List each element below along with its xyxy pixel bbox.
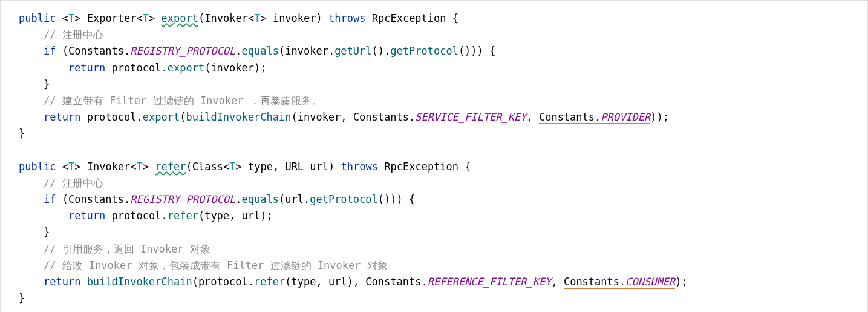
method-equals: equals (242, 45, 279, 57)
space (322, 12, 328, 24)
var-url: url (242, 210, 261, 222)
paren-close-semi: ); (260, 210, 272, 222)
space (80, 12, 86, 24)
parens: ())) (378, 193, 403, 205)
space (446, 12, 452, 24)
dot: . (328, 45, 334, 57)
highlighted-consumer: Constants.CONSUMER (564, 276, 675, 289)
field-registry-protocol: REGISTRY_PROTOCOL (130, 193, 235, 205)
space (403, 193, 409, 205)
return-type: Exporter (87, 12, 137, 24)
angle-close: > (235, 161, 241, 173)
var-protocol: protocol (87, 111, 137, 123)
brace-close: } (44, 226, 50, 238)
paren-open: ( (56, 193, 68, 205)
keyword-return: return (68, 62, 105, 74)
dot: . (161, 62, 167, 74)
type-param: T (137, 161, 143, 173)
angle-close: > (74, 161, 80, 173)
brace-close: } (19, 292, 25, 304)
angle-open: < (130, 161, 136, 173)
paren-close: ) (347, 276, 353, 288)
space (80, 276, 86, 288)
space (365, 12, 371, 24)
paren-open: ( (204, 62, 210, 74)
keyword-public: public (19, 12, 56, 24)
param-type: Class (192, 161, 223, 173)
paren-close-semi: ); (675, 276, 687, 288)
field-registry-protocol: REGISTRY_PROTOCOL (130, 45, 235, 57)
parens: () (372, 45, 384, 57)
param-type: Invoker (204, 12, 248, 24)
method-geturl: getUrl (334, 45, 371, 57)
comma: , (526, 111, 538, 123)
var-protocol: protocol (112, 62, 162, 74)
param-type: URL (285, 161, 304, 173)
var-type: type (204, 210, 229, 222)
angle-open: < (62, 12, 68, 24)
field-provider: PROVIDER (601, 111, 650, 123)
class-constants: Constants (564, 276, 619, 288)
paren-open: ( (192, 276, 198, 288)
method-export: export (168, 62, 204, 74)
class-constants: Constants (539, 111, 595, 123)
var-invoker: invoker (210, 62, 254, 74)
class-constants: Constants (353, 111, 409, 123)
comma: , (316, 276, 328, 288)
var-type: type (291, 276, 316, 288)
paren-open: ( (198, 210, 204, 222)
space (378, 161, 384, 173)
paren-open: ( (180, 111, 186, 123)
brace-open: { (465, 161, 471, 173)
keyword-throws: throws (328, 12, 365, 24)
keyword-public: public (19, 161, 56, 173)
comment: // 给改 Invoker 对象，包装成带有 Filter 过滤链的 Invok… (44, 259, 388, 271)
return-type: Invoker (87, 161, 131, 173)
comment: // 注册中心 (44, 28, 103, 41)
paren-open: ( (279, 45, 285, 57)
brace-open: { (452, 12, 458, 24)
paren-close-semi: )); (650, 111, 669, 123)
keyword-if: if (44, 45, 56, 57)
space (458, 161, 465, 173)
angle-open: < (137, 12, 143, 24)
param-name: url (310, 161, 328, 173)
space (80, 161, 86, 173)
method-getprotocol: getProtocol (310, 193, 378, 205)
angle-close: > (74, 12, 80, 24)
space (149, 161, 155, 173)
field-service-filter-key: SERVICE_FILTER_KEY (415, 111, 526, 123)
var-url: url (328, 276, 347, 288)
type-param: T (229, 161, 235, 173)
space (80, 111, 86, 123)
dot: . (304, 193, 310, 205)
dot: . (248, 276, 254, 288)
dot: . (235, 45, 241, 57)
angle-close: > (143, 161, 149, 173)
comment: // 建立带有 Filter 过滤链的 Invoker ，再暴露服务。 (44, 95, 322, 107)
space (105, 62, 111, 74)
paren-open: ( (186, 161, 192, 173)
space (304, 161, 310, 173)
exception-type: RpcException (372, 12, 446, 24)
paren-open: ( (285, 276, 291, 288)
space (267, 12, 273, 24)
keyword-throws: throws (341, 161, 378, 173)
class-constants: Constants (68, 45, 124, 57)
class-constants: Constants (68, 193, 124, 205)
space (483, 45, 489, 57)
type-param: T (68, 161, 74, 173)
param-name: invoker (273, 12, 316, 24)
var-protocol: protocol (198, 276, 248, 288)
highlighted-provider: Constants.PROVIDER (539, 111, 650, 124)
var-url: url (285, 193, 304, 205)
var-invoker: invoker (285, 45, 328, 57)
angle-open: < (223, 161, 229, 173)
angle-close: > (149, 12, 155, 24)
var-invoker: invoker (298, 111, 341, 123)
keyword-return: return (68, 210, 105, 222)
method-export: export (143, 111, 180, 123)
parens: ())) (458, 45, 483, 57)
comment: // 引用服务，返回 Invoker 对象 (44, 243, 210, 255)
class-constants: Constants (365, 276, 421, 288)
